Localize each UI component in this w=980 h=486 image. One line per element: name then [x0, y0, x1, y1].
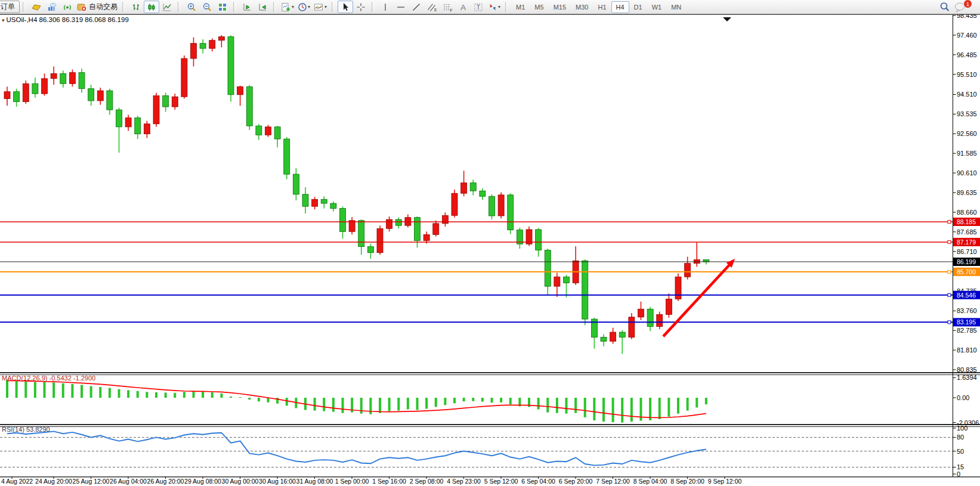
candle-body — [228, 37, 234, 95]
signal-icon[interactable] — [60, 1, 75, 13]
hline-anchor[interactable] — [948, 293, 951, 296]
arrows-tool-button[interactable]: ▾ — [486, 1, 502, 13]
candle-body — [470, 183, 476, 191]
rsi-tick-label: 100 — [957, 425, 967, 432]
candle-body — [536, 230, 542, 250]
panel-separator[interactable] — [0, 424, 980, 425]
chart-menu-icon[interactable]: ▾ — [2, 17, 5, 23]
time-label: 1 Sep 00:00 — [335, 478, 369, 485]
time-label: 5 Sep 12:00 — [484, 478, 518, 485]
hline-anchor[interactable] — [948, 321, 951, 324]
crosshair-tool-icon[interactable] — [353, 1, 369, 13]
templates-button[interactable]: ▾ — [312, 1, 329, 13]
toolbar-right-icons: 1 — [937, 1, 969, 13]
price-badge-label: 87.179 — [957, 239, 976, 246]
candlestick-chart-type-icon[interactable] — [144, 1, 159, 13]
candle-body — [302, 194, 308, 206]
candle-body — [32, 83, 38, 94]
chart-shift-icon[interactable] — [239, 1, 255, 13]
candle-body — [657, 314, 663, 326]
price-tick-label: 81.810 — [957, 346, 977, 354]
timeframe-d1[interactable]: D1 — [629, 1, 647, 13]
candle-body — [60, 73, 66, 83]
hline-anchor[interactable] — [948, 270, 951, 273]
zoom-out-icon[interactable] — [199, 1, 215, 13]
macd-histogram-bar — [659, 398, 661, 419]
macd-histogram-bar — [81, 385, 83, 398]
autotrading-button[interactable]: 自动交易 — [75, 1, 119, 13]
line-chart-type-icon[interactable] — [159, 1, 175, 13]
chevron-down-icon: ▾ — [498, 4, 500, 10]
chart-ohlc-values: 86.306 86.319 86.068 86.199 — [39, 16, 129, 23]
hline-anchor[interactable] — [948, 220, 951, 223]
price-tick-label: 89.635 — [957, 189, 977, 196]
candle-body — [14, 92, 20, 102]
periods-button[interactable]: ▾ — [296, 1, 312, 13]
price-badge-label: 88.185 — [957, 218, 976, 225]
zoom-in-icon[interactable] — [184, 1, 199, 13]
price-badge-label: 84.546 — [957, 292, 976, 299]
new-order-button[interactable]: 订单 — [0, 1, 20, 13]
panel-separator[interactable] — [0, 372, 980, 373]
price-badge-label: 83.195 — [957, 318, 976, 326]
timeframe-h4[interactable]: H4 — [611, 1, 629, 13]
toolbar: 订单 自动交易 — [0, 0, 980, 14]
macd-histogram-bar — [491, 398, 493, 403]
horizontal-line-tool-icon[interactable] — [393, 1, 409, 13]
toolbar-grip — [178, 2, 181, 12]
timeframe-mn[interactable]: MN — [666, 1, 686, 13]
svg-text:F: F — [450, 8, 452, 12]
candle-body — [564, 277, 570, 283]
toolbar-grip — [233, 2, 236, 12]
text-label-tool-icon[interactable]: T — [471, 1, 486, 13]
panel-separator[interactable] — [0, 426, 980, 427]
gold-bar-icon[interactable] — [29, 1, 44, 13]
chat-button[interactable]: 1 — [953, 1, 969, 13]
chart-canvas[interactable]: 98.43597.46096.48595.51094.51093.53592.5… — [0, 14, 980, 486]
candle-body — [181, 58, 187, 97]
macd-tick-label: 1.6394 — [957, 374, 977, 381]
price-tick-label: 83.760 — [957, 307, 977, 314]
cloud-chart-icon[interactable] — [44, 1, 60, 13]
timeframe-m30[interactable]: M30 — [571, 1, 593, 13]
chevron-down-icon: ▾ — [324, 4, 327, 10]
time-label: 6 Sep 04:00 — [521, 478, 555, 485]
fibonacci-tool-icon[interactable]: F — [440, 1, 455, 13]
cursor-tool-icon[interactable] — [338, 1, 353, 13]
new-chart-button[interactable]: ▾ — [279, 1, 296, 13]
macd-histogram-bar — [183, 392, 186, 398]
candle-body — [23, 83, 29, 101]
time-label: 26 Aug 04:00 — [110, 478, 147, 485]
trendline-tool-icon[interactable] — [409, 1, 424, 13]
vertical-line-tool-icon[interactable] — [378, 1, 393, 13]
macd-histogram-bar — [630, 398, 633, 422]
price-tick-label: 93.535 — [957, 110, 977, 117]
macd-histogram-bar — [118, 389, 120, 398]
auto-scroll-icon[interactable] — [255, 1, 270, 13]
timeframe-w1[interactable]: W1 — [647, 1, 667, 13]
equidistant-channel-tool-icon[interactable]: E — [424, 1, 440, 13]
time-label: 9 Sep 12:00 — [708, 478, 742, 485]
search-icon[interactable] — [937, 1, 953, 13]
time-label: 29 Aug 08:00 — [184, 478, 221, 485]
candle-body — [200, 44, 206, 48]
timeframe-m15[interactable]: M15 — [549, 1, 571, 13]
candle-body — [582, 261, 588, 319]
candle-body — [79, 73, 85, 89]
hline-anchor[interactable] — [948, 240, 951, 243]
rsi-tick-label: 15 — [957, 463, 964, 470]
macd-histogram-bar — [667, 398, 670, 417]
candle-body — [545, 250, 551, 286]
macd-histogram-bar — [435, 398, 437, 407]
panel-separator[interactable] — [0, 374, 980, 375]
timeframe-m1[interactable]: M1 — [511, 1, 530, 13]
macd-histogram-bar — [90, 386, 92, 398]
timeframe-m5[interactable]: M5 — [530, 1, 548, 13]
macd-histogram-bar — [239, 397, 242, 398]
text-tool-icon[interactable]: A — [455, 1, 471, 13]
candle-body — [508, 195, 514, 230]
candle-body — [629, 317, 635, 338]
bar-chart-type-icon[interactable] — [128, 1, 144, 13]
timeframe-h1[interactable]: H1 — [593, 1, 611, 13]
tile-windows-icon[interactable] — [215, 1, 230, 13]
